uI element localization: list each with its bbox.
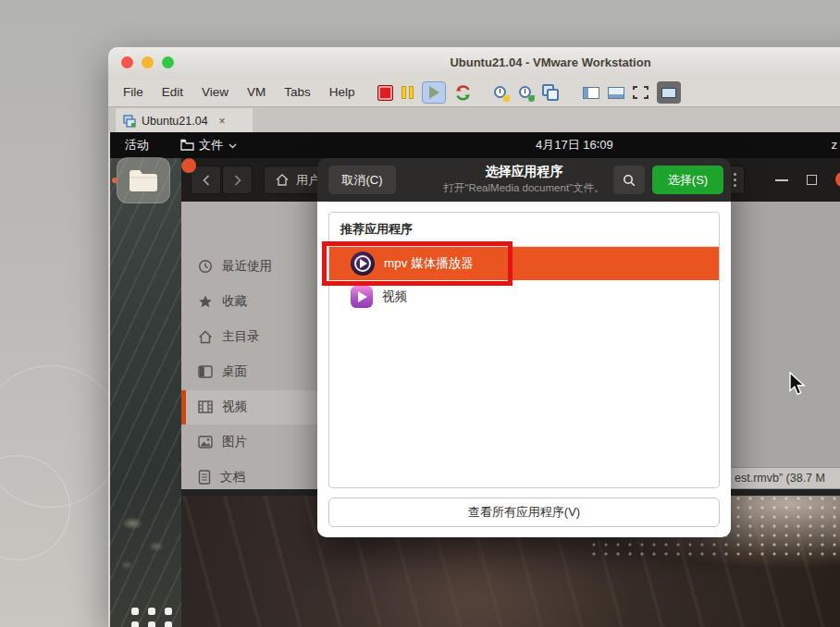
choose-application-dialog: 取消(C) 选择应用程序 打开“RealMedia document”文件。 选… bbox=[317, 158, 731, 537]
chevron-down-icon bbox=[229, 143, 237, 149]
input-method-indicator[interactable]: z bbox=[832, 132, 838, 158]
folder-icon bbox=[180, 139, 194, 151]
files-sidebar: 最近使用 收藏 主目录 桌面 bbox=[181, 202, 319, 489]
vm-tab-ubuntu[interactable]: Ubuntu21.04 × bbox=[116, 108, 253, 133]
menu-edit[interactable]: Edit bbox=[153, 79, 192, 106]
documents-icon bbox=[198, 470, 211, 485]
select-button[interactable]: 选择(S) bbox=[652, 166, 723, 194]
vmware-menubar: File Edit View VM Tabs Help bbox=[108, 79, 840, 106]
home-icon bbox=[198, 330, 213, 344]
status-tooltip: est.rmvb” (38.7 M bbox=[729, 467, 840, 489]
vm-tab-label: Ubuntu21.04 bbox=[142, 115, 208, 128]
view-all-applications-button[interactable]: 查看所有应用程序(V) bbox=[328, 498, 720, 527]
vmware-toolbar bbox=[377, 81, 681, 104]
clock-label[interactable]: 4月17日 16∶09 bbox=[536, 132, 613, 158]
menu-view[interactable]: View bbox=[192, 79, 238, 106]
console-view-icon[interactable] bbox=[657, 81, 681, 104]
home-icon bbox=[276, 174, 289, 186]
sidebar-item-home[interactable]: 主目录 bbox=[181, 319, 319, 354]
maximize-button[interactable] bbox=[807, 175, 817, 185]
videos-icon bbox=[198, 400, 213, 413]
take-snapshot-icon[interactable] bbox=[492, 84, 509, 101]
power-on-play-icon[interactable] bbox=[422, 81, 446, 104]
activities-button[interactable]: 活动 bbox=[125, 132, 149, 158]
guest-screen: 活动 文件 4月17日 16∶09 z bbox=[110, 132, 840, 627]
menu-vm[interactable]: VM bbox=[238, 79, 275, 106]
sidebar-item-videos[interactable]: 视频 bbox=[181, 389, 319, 424]
show-thumbnail-bar-icon[interactable] bbox=[608, 87, 624, 99]
show-library-panel-icon[interactable] bbox=[583, 87, 599, 99]
host-desktop: Ubuntu21.04 - VMware Workstation File Ed… bbox=[0, 0, 840, 627]
menu-help[interactable]: Help bbox=[320, 79, 364, 106]
pictures-icon bbox=[198, 436, 213, 449]
clock-icon bbox=[198, 259, 213, 274]
search-button[interactable] bbox=[613, 166, 645, 194]
minimize-button[interactable] bbox=[775, 179, 788, 181]
annotation-red-box bbox=[322, 241, 513, 286]
suspend-pause-icon[interactable] bbox=[401, 86, 414, 99]
sidebar-item-recent[interactable]: 最近使用 bbox=[181, 249, 319, 284]
show-applications-button[interactable] bbox=[131, 608, 172, 615]
desktop-icon bbox=[198, 365, 213, 378]
gnome-videos-icon bbox=[351, 286, 373, 308]
vm-tab-close-icon[interactable]: × bbox=[219, 115, 226, 128]
vm-tab-icon bbox=[123, 115, 136, 128]
forward-button[interactable] bbox=[222, 166, 253, 194]
menu-file[interactable]: File bbox=[114, 79, 153, 106]
guest-wallpaper-left bbox=[110, 158, 181, 627]
search-icon bbox=[623, 174, 636, 187]
dock-files-button[interactable] bbox=[117, 157, 170, 203]
sidebar-item-starred[interactable]: 收藏 bbox=[181, 284, 319, 319]
sidebar-item-desktop[interactable]: 桌面 bbox=[181, 354, 319, 389]
show-applications-button-row2[interactable] bbox=[131, 621, 172, 627]
gnome-topbar: 活动 文件 4月17日 16∶09 z bbox=[110, 132, 840, 158]
focused-app-menu[interactable]: 文件 bbox=[199, 132, 223, 158]
star-icon bbox=[198, 294, 213, 309]
vmware-titlebar[interactable]: Ubuntu21.04 - VMware Workstation bbox=[108, 47, 840, 79]
fullscreen-icon[interactable] bbox=[633, 86, 649, 99]
dialog-header[interactable]: 取消(C) 选择应用程序 打开“RealMedia document”文件。 选… bbox=[317, 158, 731, 202]
window-title: Ubuntu21.04 - VMware Workstation bbox=[108, 47, 840, 79]
revert-snapshot-icon[interactable] bbox=[517, 84, 534, 101]
dialog-title: 选择应用程序 bbox=[401, 164, 648, 180]
menu-tabs[interactable]: Tabs bbox=[275, 79, 320, 106]
power-off-icon[interactable] bbox=[377, 85, 393, 101]
dock-running-indicator bbox=[112, 178, 117, 183]
vmware-tabstrip: Ubuntu21.04 × bbox=[108, 106, 840, 132]
sidebar-item-pictures[interactable]: 图片 bbox=[181, 424, 319, 460]
back-button[interactable] bbox=[191, 166, 221, 194]
snapshot-manager-icon[interactable] bbox=[542, 84, 559, 101]
app-label-videos: 视频 bbox=[382, 289, 407, 305]
close-button[interactable] bbox=[835, 172, 840, 187]
reset-icon[interactable] bbox=[454, 84, 472, 102]
files-folder-icon bbox=[128, 167, 159, 192]
vmware-window: Ubuntu21.04 - VMware Workstation File Ed… bbox=[108, 47, 840, 627]
sidebar-item-documents[interactable]: 文档 bbox=[181, 460, 319, 489]
